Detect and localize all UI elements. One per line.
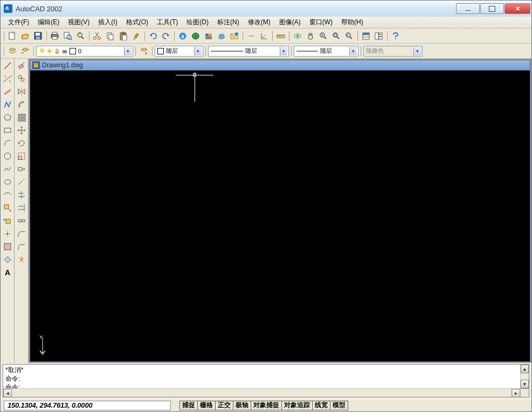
insert-button[interactable] xyxy=(2,202,13,214)
ucs-button[interactable] xyxy=(258,30,270,42)
scroll-left-button[interactable]: ◂ xyxy=(3,389,12,397)
scroll-right-button[interactable]: ▸ xyxy=(512,389,520,397)
match-properties-button[interactable] xyxy=(130,30,142,42)
maximize-button[interactable] xyxy=(480,3,504,14)
spline-button[interactable] xyxy=(2,163,13,175)
etransmit-button[interactable] xyxy=(229,30,240,42)
menu-help[interactable]: 帮助(H) xyxy=(337,16,368,29)
redraw-button[interactable] xyxy=(292,30,303,42)
designcenter-button[interactable] xyxy=(373,30,385,42)
ortho-toggle[interactable]: 正交 xyxy=(215,401,233,410)
mirror-button[interactable] xyxy=(16,86,27,97)
otrack-toggle[interactable]: 对象追踪 xyxy=(281,401,312,410)
menu-image[interactable]: 图像(A) xyxy=(275,16,305,29)
menu-insert[interactable]: 插入(I) xyxy=(94,16,121,29)
scroll-track[interactable] xyxy=(12,389,512,397)
ellipsearc-button[interactable] xyxy=(2,189,13,201)
scroll-down-button[interactable]: ▾ xyxy=(521,380,529,388)
publish-button[interactable] xyxy=(216,30,227,42)
color-select-combo[interactable]: 随层 xyxy=(155,46,203,57)
break-button[interactable] xyxy=(16,215,27,227)
command-window[interactable]: *取消* 命令: 命令: ◂ ▸ ▴ ▾ xyxy=(3,364,529,397)
pointa-button[interactable] xyxy=(190,30,202,42)
menu-tools[interactable]: 工具(T) xyxy=(153,16,182,29)
coordinates-display[interactable]: 150.1304, 294.7613, 0.0000 xyxy=(4,401,171,410)
paste-button[interactable] xyxy=(118,30,129,42)
makecurrent-button[interactable] xyxy=(138,45,150,57)
rectangle-button[interactable] xyxy=(2,124,13,136)
dropdown-icon[interactable] xyxy=(280,47,287,55)
dropdown-icon[interactable] xyxy=(124,47,132,55)
redo-button[interactable] xyxy=(160,30,172,42)
undo-button[interactable] xyxy=(147,30,159,42)
distance-button[interactable] xyxy=(275,30,287,42)
properties-button[interactable] xyxy=(360,30,372,42)
menu-dimension[interactable]: 标注(N) xyxy=(213,16,244,29)
tracking-button[interactable] xyxy=(245,30,257,42)
model-toggle[interactable]: 模型 xyxy=(330,401,348,410)
copy-obj-button[interactable] xyxy=(16,73,27,85)
osnap-toggle[interactable]: 对象捕捉 xyxy=(251,401,281,410)
document-titlebar[interactable]: Drawing1.dwg xyxy=(30,60,530,71)
copy-button[interactable] xyxy=(105,30,116,42)
stretch-button[interactable] xyxy=(16,163,27,175)
menu-modify[interactable]: 修改(M) xyxy=(244,16,275,29)
menu-window[interactable]: 窗口(W) xyxy=(305,16,337,29)
erase-button[interactable] xyxy=(16,60,27,72)
scale-button[interactable] xyxy=(16,150,27,162)
menu-edit[interactable]: 编辑(E) xyxy=(33,16,64,29)
array-button[interactable] xyxy=(16,111,27,123)
menu-format[interactable]: 格式(O) xyxy=(122,16,153,29)
pline-button[interactable] xyxy=(2,99,13,110)
polar-toggle[interactable]: 极轴 xyxy=(233,401,251,410)
linetype-combo[interactable]: 随层 xyxy=(208,46,289,57)
menu-draw[interactable]: 绘图(D) xyxy=(182,16,213,29)
xline-button[interactable] xyxy=(2,73,13,85)
lwt-toggle[interactable]: 线宽 xyxy=(312,401,330,410)
menu-view[interactable]: 视图(V) xyxy=(64,16,94,29)
offset-button[interactable] xyxy=(16,99,27,110)
layers-button[interactable] xyxy=(6,45,18,57)
snap-toggle[interactable]: 捕捉 xyxy=(179,401,197,410)
point-button[interactable] xyxy=(2,228,13,240)
vscroll-track[interactable] xyxy=(521,373,529,380)
close-button[interactable] xyxy=(505,3,530,14)
line-button[interactable] xyxy=(2,60,13,72)
circle-button[interactable] xyxy=(2,150,13,162)
print-button[interactable] xyxy=(49,30,61,42)
polygon-button[interactable] xyxy=(2,111,13,123)
region-button[interactable] xyxy=(2,254,13,266)
explode-button[interactable] xyxy=(16,254,27,266)
meetnow-button[interactable] xyxy=(203,30,215,42)
block-button[interactable] xyxy=(2,215,13,227)
zoom-window-button[interactable] xyxy=(330,30,342,42)
extend-button[interactable] xyxy=(16,202,27,214)
drawing-canvas[interactable]: Y xyxy=(30,71,530,362)
cmd-vscroll[interactable]: ▴ ▾ xyxy=(520,365,529,397)
zoom-previous-button[interactable] xyxy=(343,30,355,42)
ellipse-button[interactable] xyxy=(2,176,13,188)
lengthen-button[interactable] xyxy=(16,176,27,188)
pan-button[interactable] xyxy=(305,30,316,42)
new-button[interactable] xyxy=(6,30,18,42)
print-preview-button[interactable] xyxy=(62,30,74,42)
fillet-button[interactable] xyxy=(16,241,27,253)
command-text[interactable]: *取消* 命令: 命令: xyxy=(3,365,520,388)
dropdown-icon[interactable] xyxy=(194,47,202,55)
lineweight-combo[interactable]: 随层 xyxy=(294,46,358,57)
scroll-up-button[interactable]: ▴ xyxy=(521,365,529,373)
dropdown-icon[interactable] xyxy=(349,47,357,55)
open-button[interactable] xyxy=(19,30,31,42)
text-button[interactable]: A xyxy=(2,267,13,278)
menu-file[interactable]: 文件(F) xyxy=(4,16,33,29)
hatch-button[interactable] xyxy=(2,241,13,253)
cut-button[interactable] xyxy=(92,30,103,42)
layerprev-button[interactable] xyxy=(19,45,31,57)
minimize-button[interactable] xyxy=(456,3,480,14)
arc-button[interactable] xyxy=(2,137,13,149)
today-button[interactable]: a xyxy=(177,30,189,42)
zoom-realtime-button[interactable]: ± xyxy=(317,30,329,42)
move-button[interactable] xyxy=(16,124,27,136)
rotate-button[interactable] xyxy=(16,137,27,149)
layer-combo[interactable]: 0 xyxy=(36,46,133,57)
